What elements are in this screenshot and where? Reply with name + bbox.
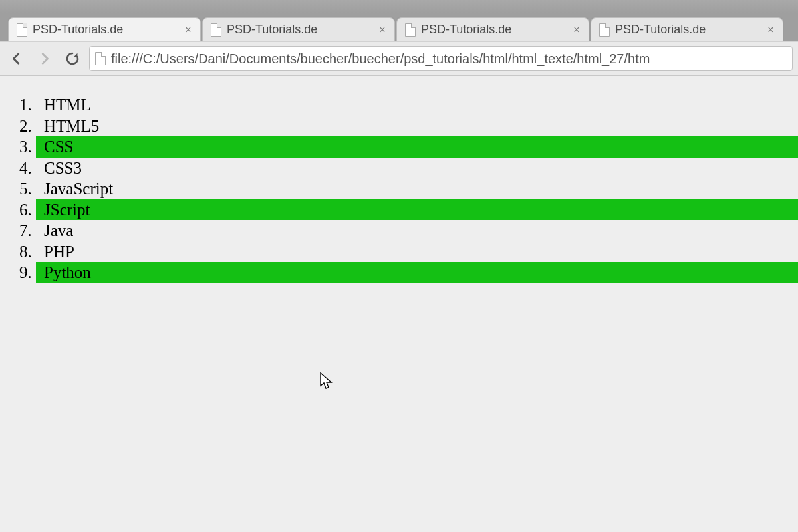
tab-title: PSD-Tutorials.de — [227, 23, 372, 37]
file-icon — [599, 23, 610, 37]
forward-button[interactable] — [33, 47, 56, 70]
page-content: HTML HTML5 CSS CSS3 JavaScript JScript J… — [0, 76, 798, 532]
tab-title: PSD-Tutorials.de — [615, 23, 760, 37]
close-icon[interactable]: × — [377, 25, 388, 35]
list-item: JavaScript — [36, 178, 798, 200]
close-icon[interactable]: × — [765, 25, 776, 35]
ordered-list: HTML HTML5 CSS CSS3 JavaScript JScript J… — [0, 94, 798, 283]
back-button[interactable] — [5, 47, 28, 70]
list-item: CSS3 — [36, 158, 798, 179]
browser-tab[interactable]: PSD-Tutorials.de × — [396, 17, 589, 41]
tab-strip: PSD-Tutorials.de × PSD-Tutorials.de × PS… — [0, 13, 798, 41]
list-item: JScript — [36, 200, 798, 221]
list-item: HTML5 — [36, 116, 798, 137]
list-item: PHP — [36, 241, 798, 263]
file-icon — [17, 23, 27, 37]
file-icon — [95, 52, 106, 65]
tab-title: PSD-Tutorials.de — [421, 23, 566, 37]
close-icon[interactable]: × — [183, 25, 194, 35]
file-icon — [211, 23, 221, 37]
address-bar[interactable]: file:///C:/Users/Dani/Documents/buecher/… — [89, 46, 793, 71]
file-icon — [405, 23, 416, 37]
list-item: HTML — [36, 94, 798, 116]
arrow-left-icon — [9, 51, 24, 66]
reload-icon — [65, 51, 80, 66]
browser-tab[interactable]: PSD-Tutorials.de × — [8, 17, 201, 41]
reload-button[interactable] — [61, 47, 84, 70]
arrow-right-icon — [37, 51, 52, 66]
close-icon[interactable]: × — [571, 25, 582, 35]
address-url: file:///C:/Users/Dani/Documents/buecher/… — [111, 51, 650, 66]
browser-tab[interactable]: PSD-Tutorials.de × — [202, 17, 395, 41]
browser-toolbar: file:///C:/Users/Dani/Documents/buecher/… — [0, 41, 798, 76]
list-item: Python — [36, 262, 798, 283]
list-item: CSS — [36, 136, 798, 158]
tab-title: PSD-Tutorials.de — [33, 23, 178, 37]
list-item: Java — [36, 220, 798, 241]
browser-tab[interactable]: PSD-Tutorials.de × — [591, 17, 783, 41]
window-chrome-top — [0, 0, 798, 13]
